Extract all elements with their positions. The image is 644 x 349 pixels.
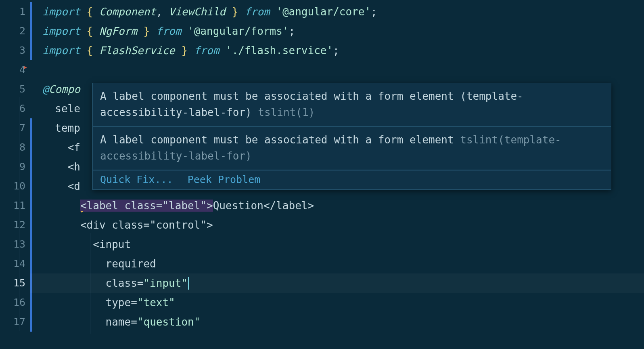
line-number: 16 xyxy=(0,293,30,312)
line-number-gutter: 1 2 3 4 5 6 7 8 9 10 11 12 13 14 15 16 1… xyxy=(0,0,30,349)
code-line[interactable]: required xyxy=(42,254,644,273)
line-number: 11 xyxy=(0,196,30,215)
line-number: 7 xyxy=(0,118,30,138)
line-number: 5 xyxy=(0,80,30,99)
line-number: 2 xyxy=(0,21,30,41)
code-line[interactable]: <label class="label">Question</label> xyxy=(42,196,644,215)
code-line[interactable]: import { NgForm } from '@angular/forms'; xyxy=(42,21,644,41)
line-number: 8 xyxy=(0,138,30,157)
warning-squiggle[interactable]: <label class="label"> xyxy=(80,200,213,212)
line-number: 9 xyxy=(0,157,30,177)
code-line[interactable]: type="text" xyxy=(42,293,644,312)
diagnostic-message: A label component must be associated wit… xyxy=(93,127,611,170)
quick-fix-link[interactable]: Quick Fix... xyxy=(100,174,173,185)
comma: , xyxy=(156,6,169,18)
line-number: 13 xyxy=(0,235,30,254)
code-line[interactable]: import { FlashService } from './flash.se… xyxy=(42,41,644,60)
diagnostic-source: tslint(1) xyxy=(258,106,315,118)
line-number: 10 xyxy=(0,177,30,196)
hover-action-bar: Quick Fix... Peek Problem xyxy=(93,170,611,189)
code-line[interactable]: <input xyxy=(42,235,644,254)
fold-arrow-icon[interactable]: ▸ xyxy=(23,63,28,71)
semicolon: ; xyxy=(371,6,377,18)
line-number: 14 xyxy=(0,254,30,273)
keyword-from: from xyxy=(245,6,270,18)
decorator-name: Compo xyxy=(49,83,80,95)
code-line-current[interactable]: class="input" xyxy=(30,273,644,293)
string: '@angular/core' xyxy=(276,6,371,18)
brace: } xyxy=(226,6,245,18)
line-number: 12 xyxy=(0,215,30,235)
code-line[interactable]: <div class="control"> xyxy=(42,215,644,235)
line-number: 15 xyxy=(0,273,30,293)
code-line[interactable]: name="question" xyxy=(42,312,644,332)
peek-problem-link[interactable]: Peek Problem xyxy=(188,174,261,185)
keyword-import: import xyxy=(42,6,80,18)
problem-hover-tooltip[interactable]: A label component must be associated wit… xyxy=(92,83,611,190)
diagnostic-message: A label component must be associated wit… xyxy=(93,83,611,127)
code-line[interactable]: import { Component, ViewChild } from '@a… xyxy=(42,2,644,21)
decorator-at: @ xyxy=(42,83,49,95)
identifier: Component xyxy=(99,6,156,18)
line-number: 1 xyxy=(0,2,30,21)
code-line[interactable] xyxy=(42,60,644,80)
text-cursor xyxy=(188,277,189,290)
indent-guide xyxy=(19,97,19,331)
line-number: 6 xyxy=(0,99,30,118)
brace: { xyxy=(80,6,99,18)
line-number: 3 xyxy=(0,41,30,60)
line-number: 17 xyxy=(0,312,30,332)
identifier: ViewChild xyxy=(169,6,226,18)
